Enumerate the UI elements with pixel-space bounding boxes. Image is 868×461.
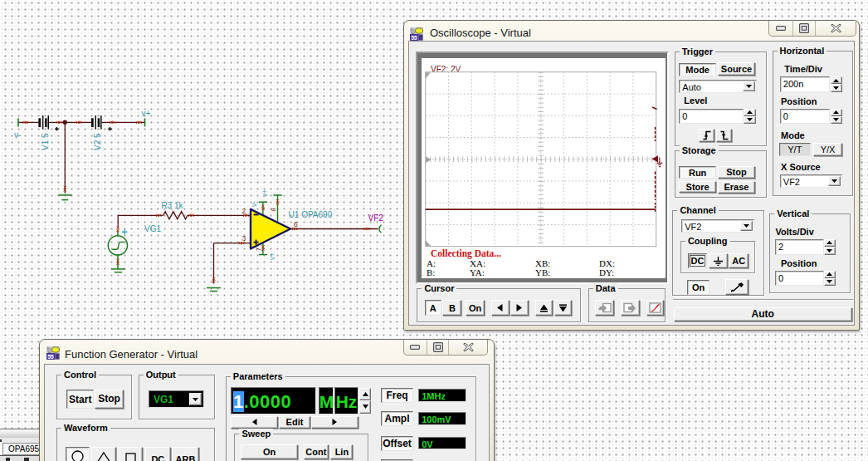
svg-text:7: 7 xyxy=(255,247,262,251)
svg-text:55: 55 xyxy=(48,354,55,360)
svg-text:R3 1k: R3 1k xyxy=(161,201,183,210)
svg-text:6: 6 xyxy=(294,220,298,228)
svg-text:v+: v+ xyxy=(261,189,269,197)
svg-text:3: 3 xyxy=(242,234,246,243)
svg-text:v+: v+ xyxy=(142,109,151,118)
svg-text:v-: v- xyxy=(250,201,258,207)
svg-text:v+: v+ xyxy=(268,253,276,260)
svg-text:8: 8 xyxy=(270,208,277,212)
svg-text:55: 55 xyxy=(412,35,418,41)
svg-text:v-: v- xyxy=(14,130,21,140)
svg-text:U1 OPA690: U1 OPA690 xyxy=(289,210,333,219)
svg-text:2: 2 xyxy=(242,207,246,215)
svg-text:V1 5: V1 5 xyxy=(41,133,50,150)
svg-text:VG1: VG1 xyxy=(144,224,161,233)
svg-text:V2 5: V2 5 xyxy=(93,133,102,150)
svg-text:VF2: VF2 xyxy=(368,213,384,223)
